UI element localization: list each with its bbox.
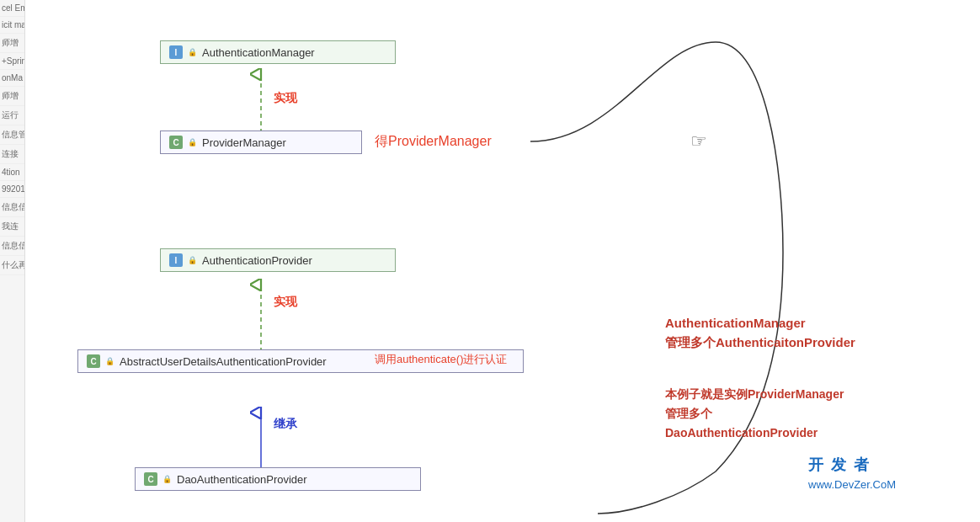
devzer-url: www.DevZer.CoM: [808, 478, 896, 491]
lock-icon-5: 🔒: [162, 475, 172, 483]
authentication-manager-box: I 🔒 AuthenticationManager: [160, 40, 396, 64]
sidebar-item-3: 师增: [0, 34, 24, 53]
devzer-brand: 开 发 者: [808, 455, 871, 475]
sidebar: cel Em icit ma 师增 +Sprin onMa 师增 运行 信息管 …: [0, 0, 25, 522]
manages-desc: 管理多个AuthenticaitonProvider: [665, 335, 855, 351]
example-line2: 管理多个: [665, 407, 712, 422]
example-line1: 本例子就是实例ProviderManager: [665, 387, 844, 402]
sidebar-item-13: 我连: [0, 217, 24, 237]
sidebar-item-14: 信息信: [0, 237, 24, 256]
lock-icon-4: 🔒: [105, 357, 115, 365]
provider-manager-box: C 🔒 ProviderManager: [160, 130, 362, 154]
sidebar-item-12: 信息信: [0, 198, 24, 217]
interface-badge-2: I: [169, 253, 183, 267]
class-badge-1: C: [169, 136, 183, 149]
sidebar-item-2: icit ma: [0, 17, 24, 34]
sidebar-item-10: 4tion: [0, 164, 24, 181]
diagram-area: I 🔒 AuthenticationManager 实现 C 🔒 Provide…: [25, 0, 980, 522]
example-line3: DaoAuthenticationProvider: [665, 426, 818, 439]
provider-manager-label: ProviderManager: [202, 136, 286, 149]
sidebar-item-5: onMa: [0, 70, 24, 87]
sidebar-item-7: 运行: [0, 106, 24, 125]
manages-title: AuthenticationManager: [665, 316, 806, 330]
sidebar-item-4: +Sprin: [0, 53, 24, 70]
lock-icon-2: 🔒: [188, 138, 197, 146]
authentication-manager-label: AuthenticationManager: [202, 46, 315, 59]
sidebar-item-15: 什么再: [0, 256, 24, 275]
class-badge-3: C: [144, 472, 157, 486]
lock-icon-3: 🔒: [188, 256, 197, 264]
sidebar-item-8: 信息管: [0, 125, 24, 145]
implement-label-2: 实现: [274, 295, 297, 310]
cursor-hand: ☞: [690, 130, 707, 152]
provider-manager-annotation: 得ProviderManager: [375, 133, 492, 151]
interface-badge-1: I: [169, 45, 183, 59]
dao-provider-label: DaoAuthenticationProvider: [177, 473, 307, 486]
sidebar-item-6: 师增: [0, 87, 24, 106]
sidebar-item-9: 连接: [0, 145, 24, 164]
dao-provider-box: C 🔒 DaoAuthenticationProvider: [135, 467, 421, 491]
sidebar-item-11: 99201: [0, 181, 24, 198]
abstract-provider-label: AbstractUserDetailsAuthenticationProvide…: [120, 355, 327, 368]
class-badge-2: C: [87, 354, 100, 368]
implement-label-1: 实现: [274, 91, 297, 106]
lock-icon-1: 🔒: [188, 48, 197, 56]
authentication-provider-box: I 🔒 AuthenticationProvider: [160, 248, 396, 272]
sidebar-item-1: cel Em: [0, 0, 24, 17]
authenticate-annotation: 调用authenticate()进行认证: [375, 352, 508, 367]
inherit-label: 继承: [274, 417, 297, 432]
authentication-provider-label: AuthenticationProvider: [202, 254, 312, 267]
